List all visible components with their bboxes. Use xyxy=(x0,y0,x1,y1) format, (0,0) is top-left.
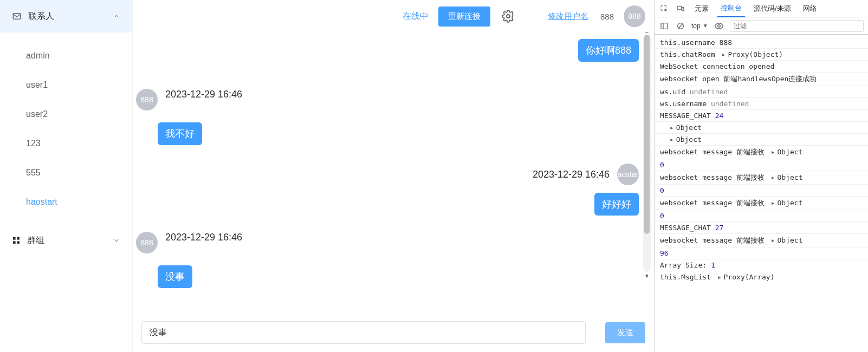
svg-rect-7 xyxy=(677,6,682,10)
chevron-down-icon xyxy=(113,237,120,244)
message-row: 888 2023-12-29 16:46 xyxy=(136,232,639,253)
username-label: 888 xyxy=(600,12,614,21)
message-bubble-row: 没事 xyxy=(136,258,639,288)
console-log-row[interactable]: this.MsgList ▸Proxy(Array) xyxy=(655,271,868,283)
grid-icon xyxy=(12,236,21,245)
tab-console[interactable]: 控制台 xyxy=(717,0,745,17)
groups-label: 群组 xyxy=(27,235,44,246)
contact-list: admin user1 user2 123 555 haostart xyxy=(0,32,132,225)
console-log-row[interactable]: ▸Object xyxy=(655,134,868,146)
message-bubble: 没事 xyxy=(158,265,192,288)
svg-line-12 xyxy=(678,24,683,28)
eye-icon[interactable] xyxy=(714,21,724,31)
chat-scroll: 你好啊888 888 2023-12-29 16:46 我不好 aostar xyxy=(133,32,639,313)
mail-icon xyxy=(12,11,22,21)
tab-network[interactable]: 网络 xyxy=(800,1,820,17)
contact-item[interactable]: user1 xyxy=(0,70,132,100)
console-log-row[interactable]: MESSAGE_CHAT 27 xyxy=(655,222,868,234)
devtools-panel: 元素 控制台 源代码/来源 网络 top ▼ this.username 888… xyxy=(654,0,868,352)
tab-elements[interactable]: 元素 xyxy=(691,1,712,17)
message-bubble-row: 我不好 xyxy=(136,115,639,145)
contact-item[interactable]: user2 xyxy=(0,100,132,129)
console-log-row[interactable]: ▸Object xyxy=(655,122,868,134)
svg-point-5 xyxy=(507,15,510,18)
svg-point-13 xyxy=(717,24,720,27)
console-log-row[interactable]: ws.uid undefined xyxy=(655,86,868,98)
message-time: 2023-12-29 16:46 xyxy=(165,89,242,100)
sidebar: 联系人 admin user1 user2 123 555 haostart xyxy=(0,0,133,352)
console-log-row[interactable]: this.username 888 xyxy=(655,37,868,49)
console-log-row[interactable]: this.chatRoom ▸Proxy(Object) xyxy=(655,49,868,61)
contacts-label: 联系人 xyxy=(28,11,54,22)
contact-item[interactable]: 555 xyxy=(0,158,132,187)
svg-rect-3 xyxy=(13,241,16,244)
inspect-icon[interactable] xyxy=(659,3,670,14)
message-bubble: 我不好 xyxy=(158,122,202,145)
chat-area: 你好啊888 888 2023-12-29 16:46 我不好 aostar xyxy=(133,32,654,313)
clear-console-icon[interactable] xyxy=(675,21,686,31)
console-log-row[interactable]: websocket message 前端接收 ▸Object xyxy=(655,171,868,185)
console-log-row[interactable]: 0 xyxy=(655,159,868,171)
gear-icon xyxy=(502,10,515,23)
modify-username-link[interactable]: 修改用户名 xyxy=(548,11,588,22)
send-button[interactable]: 发送 xyxy=(605,322,645,343)
avatar[interactable]: 888 xyxy=(624,5,645,27)
svg-rect-8 xyxy=(682,7,684,11)
svg-rect-1 xyxy=(13,237,16,240)
tab-sources[interactable]: 源代码/来源 xyxy=(750,1,794,17)
main-area: 在线中 重新连接 修改用户名 888 888 你好啊888 xyxy=(133,0,654,352)
topbar: 在线中 重新连接 修改用户名 888 888 xyxy=(133,0,654,32)
svg-rect-2 xyxy=(17,237,20,240)
avatar: 888 xyxy=(136,232,158,253)
online-status: 在线中 xyxy=(403,11,429,22)
sidebar-contacts-header[interactable]: 联系人 xyxy=(0,0,132,32)
message-input[interactable] xyxy=(141,321,586,344)
console-log-row[interactable]: Array Size: 1 xyxy=(655,259,868,271)
console-log-row[interactable]: ws.username undefined xyxy=(655,98,868,110)
sidebar-toggle-icon[interactable] xyxy=(659,21,670,31)
message-time: 2023-12-29 16:46 xyxy=(533,169,610,180)
message-time: 2023-12-29 16:46 xyxy=(165,232,242,243)
console-log-row[interactable]: 96 xyxy=(655,247,868,259)
contact-item[interactable]: admin xyxy=(0,41,132,70)
console-log-row[interactable]: websocket message 前端接收 ▸Object xyxy=(655,146,868,159)
scrollbar[interactable]: ▲ ▼ xyxy=(643,35,651,272)
console-filter-input[interactable] xyxy=(730,20,864,32)
chevron-up-icon xyxy=(113,12,120,20)
message-row: 你好啊888 xyxy=(136,39,639,62)
console-log-row[interactable]: MESSAGE_CHAT 24 xyxy=(655,110,868,122)
sidebar-groups-header[interactable]: 群组 xyxy=(0,225,132,256)
reconnect-button[interactable]: 重新连接 xyxy=(438,6,490,27)
console-log-row[interactable]: 0 xyxy=(655,185,868,197)
svg-rect-4 xyxy=(17,241,20,244)
devtools-toolbar: top ▼ xyxy=(655,17,868,35)
console-log-row[interactable]: WebSocket connection opened xyxy=(655,61,868,73)
device-icon[interactable] xyxy=(675,3,686,14)
console-log-row[interactable]: websocket message 前端接收 ▸Object xyxy=(655,234,868,247)
message-row: 888 2023-12-29 16:46 xyxy=(136,89,639,110)
svg-rect-9 xyxy=(661,23,668,29)
console-log-row[interactable]: websocket open 前端handlewsOpen连接成功 xyxy=(655,73,868,86)
scrollbar-thumb[interactable] xyxy=(644,35,650,234)
message-bubble: 你好啊888 xyxy=(578,39,639,62)
context-selector[interactable]: top ▼ xyxy=(691,22,708,30)
avatar: aostar xyxy=(617,164,639,185)
scroll-down-arrow[interactable]: ▼ xyxy=(643,272,651,279)
devtools-tabbar: 元素 控制台 源代码/来源 网络 xyxy=(655,0,868,17)
avatar: 888 xyxy=(136,89,158,110)
console-log-row[interactable]: websocket message 前端接收 ▸Object xyxy=(655,197,868,210)
console-output[interactable]: this.username 888this.chatRoom ▸Proxy(Ob… xyxy=(655,35,868,352)
message-bubble: 好好好 xyxy=(594,193,639,216)
contact-item[interactable]: haostart xyxy=(0,187,132,217)
message-row: aostar 2023-12-29 16:46 好好好 xyxy=(136,164,639,216)
settings-button[interactable] xyxy=(500,8,516,24)
contact-item[interactable]: 123 xyxy=(0,129,132,158)
compose-bar: 发送 xyxy=(133,313,654,352)
console-log-row[interactable]: 0 xyxy=(655,210,868,222)
